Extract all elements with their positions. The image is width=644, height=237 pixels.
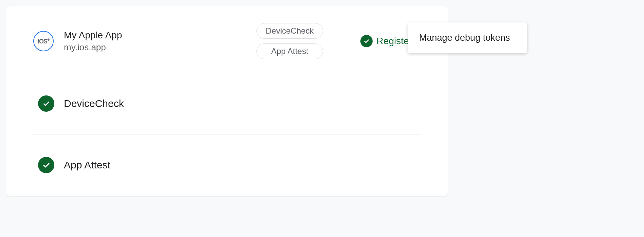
providers-list: DeviceCheck App Attest bbox=[6, 73, 448, 196]
check-circle-icon bbox=[38, 95, 54, 112]
manage-tokens-label: Manage debug tokens bbox=[419, 33, 510, 43]
app-card: iOS+ My Apple App my.ios.app DeviceCheck… bbox=[6, 6, 448, 196]
ios-app-icon: iOS+ bbox=[33, 31, 54, 51]
chip-device-check: DeviceCheck bbox=[256, 23, 323, 39]
app-bundle-id: my.ios.app bbox=[64, 42, 122, 53]
provider-name: DeviceCheck bbox=[64, 98, 124, 109]
provider-name: App Attest bbox=[64, 159, 110, 171]
chip-app-attest: App Attest bbox=[256, 43, 323, 59]
provider-chips: DeviceCheck App Attest bbox=[256, 23, 323, 59]
provider-item-app-attest[interactable]: App Attest bbox=[33, 134, 421, 196]
app-name: My Apple App bbox=[64, 30, 122, 41]
ios-icon-label: iOS+ bbox=[38, 37, 49, 45]
card-header: iOS+ My Apple App my.ios.app DeviceCheck… bbox=[11, 6, 443, 73]
provider-item-device-check[interactable]: DeviceCheck bbox=[33, 73, 421, 134]
manage-tokens-popover[interactable]: Manage debug tokens bbox=[408, 22, 527, 53]
app-info: My Apple App my.ios.app bbox=[64, 30, 122, 53]
check-circle-icon bbox=[360, 35, 373, 47]
check-circle-icon bbox=[38, 157, 54, 173]
